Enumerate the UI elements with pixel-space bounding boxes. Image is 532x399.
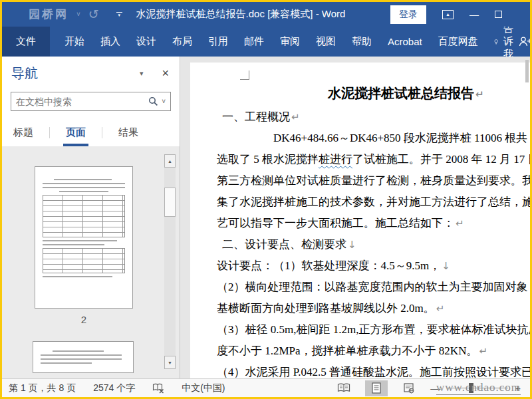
titlebar-controls: 登录 ▲ —: [390, 2, 502, 27]
language-indicator[interactable]: 中文(中国): [182, 382, 225, 394]
navigation-pane-close-icon[interactable]: ×: [162, 66, 169, 80]
document-line[interactable]: 集了水泥搅拌桩施工的技术参数，并对施工方法进行了总结，施工工: [217, 192, 530, 213]
tab-review[interactable]: 审阅: [272, 27, 308, 57]
thumbnail-text-line: [41, 354, 122, 356]
nav-tab-results[interactable]: 结果: [116, 118, 140, 146]
web-layout-button[interactable]: [398, 380, 420, 396]
document-line[interactable]: 二、设计要点、检测要求↓: [217, 234, 530, 255]
document-area: 水泥搅拌桩试桩总结报告↵ 一、工程概况↵ DK46+484.66～DK46+85…: [180, 57, 530, 378]
navigation-pane-header: 导航 ▾ ×: [2, 57, 180, 90]
person-add-icon: [518, 36, 532, 47]
read-mode-button[interactable]: [332, 380, 355, 396]
thumbnail-text-line: [43, 240, 117, 241]
thumbnail-text-line: [43, 244, 104, 245]
site-watermark: www.cndao.com: [436, 381, 521, 395]
thumbnail-text-line: [43, 276, 112, 277]
tab-references[interactable]: 引用: [200, 27, 236, 57]
word-count-indicator[interactable]: 2574 个字: [93, 382, 135, 394]
maximize-button[interactable]: [495, 9, 502, 21]
document-title-text: 水泥搅拌桩试桩总结报告: [328, 86, 474, 100]
spellcheck-squiggle: 桩进行: [319, 153, 352, 166]
thumbnail-text-line: [59, 191, 108, 192]
navigation-pane-title: 导航: [11, 65, 38, 82]
nav-tab-pages[interactable]: 页面: [64, 118, 88, 146]
document-line[interactable]: （4）水泥采用 P.042.5 普通硅酸盐水泥。施工前按照设计要求已经: [217, 362, 530, 378]
navigation-pane: 导航 ▾ × ˅ 标题 页面 结果: [2, 57, 180, 378]
tab-view[interactable]: 视图: [308, 27, 344, 57]
document-page[interactable]: 水泥搅拌桩试桩总结报告↵ 一、工程概况↵ DK46+484.66～DK46+85…: [190, 63, 530, 378]
document-line[interactable]: 选取了 5 根水泥搅拌桩进行了试桩施工。并于 2008 年 12 月 17 日由: [217, 149, 530, 170]
document-line[interactable]: 一、工程概况↵: [217, 106, 530, 128]
print-layout-button[interactable]: [365, 380, 388, 396]
tab-acrobat[interactable]: Acrobat: [380, 27, 430, 57]
tell-me-label: 告诉我: [503, 23, 518, 61]
share-button[interactable]: [518, 36, 532, 47]
thumbnails-scrollbar[interactable]: ▲ ▼: [164, 154, 176, 369]
tab-file[interactable]: 文件: [2, 27, 50, 57]
document-line[interactable]: （2）横向处理范围：以路基宽度范围内的软土为主要加固对象，路: [217, 277, 530, 298]
navigation-tabs: 标题 页面 结果: [2, 118, 180, 146]
arrow-up-icon: ▲: [446, 12, 450, 17]
proofing-errors-icon[interactable]: [152, 383, 164, 394]
print-layout-icon: [372, 382, 381, 394]
thumbnail-text-line: [41, 362, 92, 364]
title-bar: 园桥网 ˅ ↺ ▾ 水泥搅拌桩试桩总结报告.doc [兼容模式] - Word …: [2, 2, 530, 27]
tab-design[interactable]: 设计: [128, 27, 164, 57]
document-line[interactable]: （3）桩径 0.5m,桩间距 1.2m,正方形布置，要求桩体标准试块抗压强: [217, 319, 530, 340]
tab-layout[interactable]: 布局: [164, 27, 200, 57]
tab-baidu-netdisk[interactable]: 百度网盘: [430, 27, 486, 57]
nav-tab-headings[interactable]: 标题: [11, 118, 35, 146]
tab-mailings[interactable]: 邮件: [236, 27, 272, 57]
scroll-up-icon[interactable]: ▲: [164, 154, 176, 168]
tab-insert[interactable]: 插入: [92, 27, 128, 57]
maximize-icon: [495, 11, 502, 18]
search-input[interactable]: [11, 96, 148, 107]
tab-help[interactable]: 帮助: [344, 27, 380, 57]
thumbnail-text-line: [41, 358, 122, 360]
thumbnail-text-line: [53, 350, 104, 352]
document-line[interactable]: 度不小于 1.2MPa，搅拌桩单桩承载力不小于 82KN。↵: [217, 340, 530, 362]
document-search-box[interactable]: ˅: [11, 92, 171, 111]
paragraph-mark: ↵: [475, 88, 484, 100]
sign-in-button[interactable]: 登录: [390, 5, 426, 24]
document-line[interactable]: 设计要点：（1）软基处理深度：4.5～9.5m，↓: [217, 255, 530, 277]
document-line[interactable]: 艺可以指导下一步大面积施工。施工总结如下：↵: [217, 213, 530, 234]
ribbon-tab-bar: 文件 开始 插入 设计 布局 引用 邮件 审阅 视图 帮助 Acrobat 百度…: [2, 27, 530, 57]
web-layout-icon: [404, 383, 414, 394]
application-window: 园桥网 ˅ ↺ ▾ 水泥搅拌桩试桩总结报告.doc [兼容模式] - Word …: [0, 0, 532, 399]
ribbon-display-options-icon[interactable]: ▲: [442, 10, 454, 19]
thumbnail-text-line: [43, 187, 125, 188]
search-options-icon[interactable]: ˅: [162, 98, 166, 105]
thumbnail-text-line: [43, 183, 125, 184]
tab-home[interactable]: 开始: [57, 27, 92, 57]
thumbnail-table: [43, 248, 125, 273]
read-mode-icon: [337, 383, 350, 393]
margin-crop-mark: [240, 70, 249, 80]
document-line[interactable]: DK46+484.66～DK46+850 段水泥搅拌桩 11006 根共 811…: [217, 128, 530, 149]
scrollbar-thumb[interactable]: [164, 188, 176, 217]
document-line[interactable]: 第三方检测单位对试桩质量进行了检测，桩身质量达到要求。我部收: [217, 170, 530, 192]
page-number-indicator[interactable]: 第 1 页，共 8 页: [9, 382, 76, 394]
document-line[interactable]: 基横断面方向处理到路基坡脚线以外 2.0m。↵: [217, 298, 530, 319]
lightbulb-icon: [494, 36, 498, 48]
search-icon[interactable]: [148, 96, 158, 106]
thumbnail-table: [43, 195, 125, 237]
document-scrollbar-thumb[interactable]: [525, 60, 529, 82]
page-thumbnail-3-partial[interactable]: [33, 341, 134, 373]
scroll-down-icon[interactable]: ▼: [164, 356, 176, 369]
workspace: 导航 ▾ × ˅ 标题 页面 结果: [2, 57, 530, 378]
document-heading[interactable]: 水泥搅拌桩试桩总结报告↵: [217, 81, 530, 106]
thumbnail-text-line: [54, 179, 112, 180]
page-thumbnail-2[interactable]: [35, 166, 133, 309]
navigation-pane-menu-icon[interactable]: ▾: [136, 69, 148, 78]
thumbnail-page-number: 2: [35, 314, 133, 325]
status-bar-left: 第 1 页，共 8 页 2574 个字 中文(中国): [9, 382, 225, 394]
tell-me-box[interactable]: 告诉我: [494, 23, 518, 61]
page-thumbnails-panel: 2 ▲ ▼: [2, 146, 180, 378]
tab-separator: [102, 127, 102, 138]
tab-separator: [49, 127, 50, 138]
minimize-button[interactable]: —: [469, 9, 479, 20]
